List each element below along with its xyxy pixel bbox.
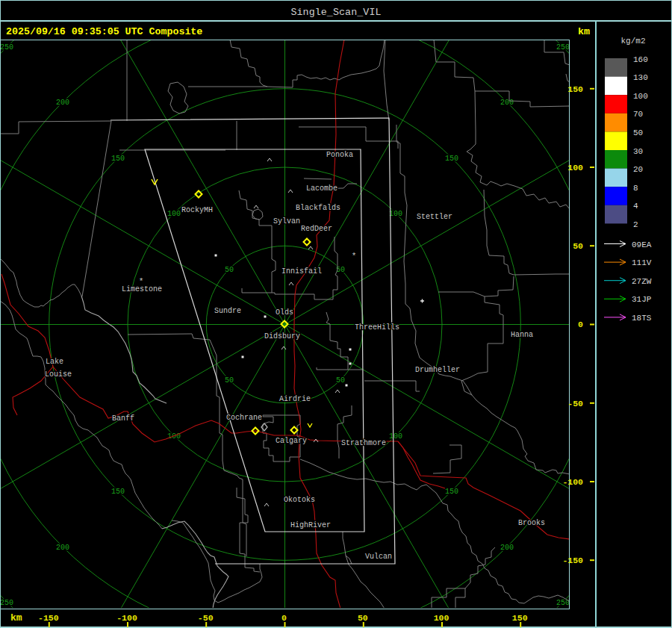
svg-text:Okotoks: Okotoks [284,496,315,504]
svg-text:-100: -100 [562,477,583,487]
svg-text:Ponoka: Ponoka [326,151,353,159]
svg-text:Olds: Olds [276,308,293,317]
svg-text:150: 150 [111,488,125,496]
svg-text:2025/09/16 09:35:05 UTC Compos: 2025/09/16 09:35:05 UTC Composite [6,26,202,37]
svg-text:70: 70 [633,110,643,119]
svg-text:Blackfalds: Blackfalds [296,204,340,212]
svg-text:50: 50 [225,266,234,274]
svg-text:30: 30 [633,147,643,156]
svg-text:100: 100 [567,163,583,172]
svg-text:Brooks: Brooks [518,519,545,527]
svg-text:Didsbury: Didsbury [264,332,300,341]
svg-text:-100: -100 [116,613,137,623]
svg-text:HighRiver: HighRiver [290,521,331,529]
svg-text:250: 250 [0,43,13,52]
svg-text:0: 0 [578,320,583,329]
svg-text:100: 100 [167,432,181,441]
svg-text:150: 150 [512,613,528,623]
svg-text:100: 100 [389,210,402,218]
svg-text:*: * [139,277,144,286]
svg-text:*: * [352,252,357,261]
svg-text:-150: -150 [562,556,583,565]
svg-text:Single_Scan_VIL: Single_Scan_VIL [290,7,381,18]
svg-text:Stettler: Stettler [417,213,452,221]
svg-text:-50: -50 [567,399,583,408]
svg-text:Hanna: Hanna [511,331,533,339]
svg-text:31JP: 31JP [632,295,652,304]
svg-text:Sylvan: Sylvan [273,217,300,226]
svg-text:ThreeHills: ThreeHills [355,323,399,332]
svg-text:50: 50 [358,613,368,623]
svg-text:50: 50 [573,241,583,251]
svg-text:150: 150 [111,155,125,163]
svg-text:111V: 111V [632,258,652,267]
svg-text:100: 100 [633,92,648,101]
svg-text:Innisfail: Innisfail [281,267,322,276]
svg-text:Vulcan: Vulcan [365,553,392,561]
svg-text:0: 0 [281,613,287,623]
svg-text:Sundre: Sundre [214,307,241,315]
svg-text:150: 150 [445,155,458,163]
svg-text:Banff: Banff [112,414,134,423]
svg-text:Cochrane: Cochrane [226,414,262,422]
svg-text:8: 8 [633,184,638,193]
svg-text:-150: -150 [38,613,59,623]
svg-text:Lacombe: Lacombe [306,184,337,193]
svg-text:200: 200 [56,99,69,107]
svg-text:Calgary: Calgary [276,437,307,445]
svg-text:100: 100 [167,210,181,218]
svg-text:200: 200 [500,544,514,552]
svg-text:200: 200 [56,544,69,552]
svg-text:km: km [10,612,22,624]
svg-text:Drumheller: Drumheller [415,366,460,374]
svg-text:Lake: Lake [46,358,63,366]
svg-text:50: 50 [633,128,643,137]
svg-text:RedDeer: RedDeer [301,225,332,233]
svg-text:km: km [578,26,590,37]
svg-text:Airdrie: Airdrie [279,395,311,403]
svg-text:130: 130 [633,73,648,82]
svg-text:27ZW: 27ZW [632,277,652,286]
svg-text:50: 50 [225,376,234,385]
svg-text:100: 100 [389,432,402,441]
svg-text:Strathmore: Strathmore [341,439,386,447]
svg-text:2: 2 [633,220,638,229]
svg-text:100: 100 [434,613,449,623]
svg-text:200: 200 [500,99,514,107]
svg-text:20: 20 [633,165,643,174]
svg-text:-50: -50 [198,613,214,623]
svg-text:160: 160 [633,55,648,64]
svg-text:RockyMH: RockyMH [181,206,213,214]
svg-text:150: 150 [445,488,458,496]
svg-text:4: 4 [633,202,638,211]
svg-text:250: 250 [0,599,13,607]
svg-text:Louise: Louise [45,370,72,379]
svg-text:150: 150 [567,84,583,94]
svg-text:09EA: 09EA [632,240,652,249]
svg-text:50: 50 [336,376,345,385]
svg-text:Limestone: Limestone [122,285,162,293]
svg-text:250: 250 [556,43,570,52]
svg-text:18TS: 18TS [632,314,652,323]
svg-text:kg/m2: kg/m2 [620,37,645,46]
